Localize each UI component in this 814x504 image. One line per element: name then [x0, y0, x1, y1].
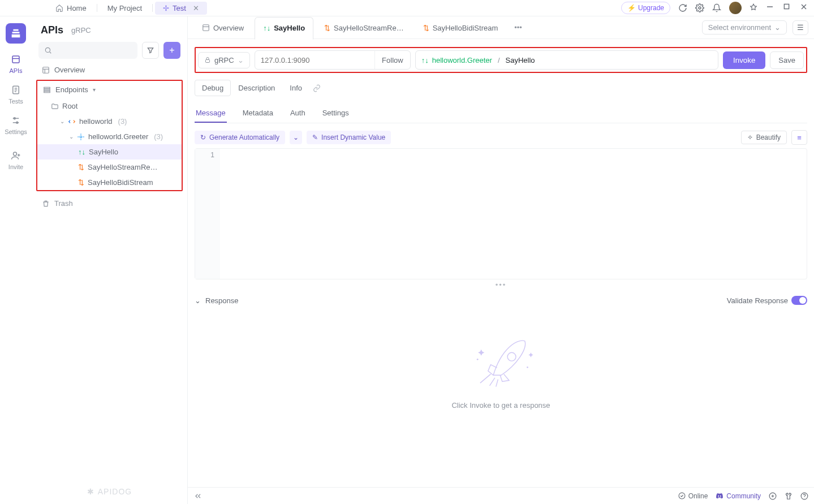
separator: /	[498, 56, 500, 64]
add-button[interactable]: +	[163, 42, 180, 59]
tree-sayhellostream[interactable]: ⇅ SayHelloStreamRe…	[37, 160, 182, 175]
tree-greeter[interactable]: ⌄ helloworld.Greeter (3)	[37, 129, 182, 144]
insert-button[interactable]: ✎ Insert Dynamic Value	[307, 131, 391, 144]
env-label: Select environment	[708, 23, 771, 32]
menu-button[interactable]: ☰	[793, 20, 808, 35]
tree-sayhello[interactable]: ↑↓ SayHello	[37, 144, 182, 160]
subtab-message[interactable]: Message	[195, 104, 227, 123]
environment-select[interactable]: Select environment ⌄	[702, 20, 787, 35]
resize-handle[interactable]: •••	[188, 281, 814, 289]
separator	[152, 4, 153, 12]
status-help[interactable]	[800, 492, 808, 500]
tab-sayhello[interactable]: ↑↓ SayHello	[255, 17, 313, 40]
app-logo[interactable]	[6, 23, 26, 44]
endpoints-header[interactable]: Endpoints ▾	[37, 81, 182, 98]
validate-toggle[interactable]	[791, 296, 807, 305]
url-input[interactable]	[255, 56, 374, 64]
upgrade-button[interactable]: ⚡ Upgrade	[621, 2, 670, 14]
bidistream-icon: ⇅	[423, 24, 429, 32]
pin-icon[interactable]	[750, 3, 759, 12]
service-icon	[77, 133, 85, 141]
stream-icon: ⇅	[78, 163, 84, 171]
svg-point-0	[699, 7, 701, 9]
status-online[interactable]: Online	[678, 492, 708, 500]
protocol-select[interactable]: gRPC ⌄	[198, 52, 250, 68]
filter-button[interactable]	[142, 42, 159, 59]
method-label: SayHello	[506, 56, 535, 64]
svg-point-31	[507, 352, 516, 361]
overview-row[interactable]: Overview	[36, 59, 183, 79]
generate-label: Generate Automatically	[209, 133, 279, 141]
subtab-auth[interactable]: Auth	[289, 104, 307, 123]
status-community[interactable]: Community	[716, 492, 761, 500]
tab-sayhellobidi-label: SayHelloBidiStream	[433, 24, 498, 32]
discord-icon	[716, 492, 723, 500]
status-feedback[interactable]	[785, 492, 793, 500]
pill-debug[interactable]: Debug	[195, 80, 231, 96]
pill-description[interactable]: Description	[231, 80, 282, 96]
sparkle-icon: ✧	[747, 133, 753, 141]
svg-rect-2	[784, 4, 789, 8]
brand-icon: ✱	[87, 487, 94, 496]
invoke-button[interactable]: Invoke	[723, 51, 765, 69]
message-editor[interactable]: 1	[195, 148, 807, 279]
save-button[interactable]: Save	[770, 51, 804, 69]
tab-project[interactable]: My Project	[100, 2, 150, 15]
community-label: Community	[726, 492, 761, 500]
rail-apis[interactable]: APIs	[9, 54, 22, 74]
tab-sayhellostream[interactable]: ⇅ SayHelloStreamRe…	[316, 16, 412, 39]
collapse-button[interactable]	[193, 492, 203, 501]
line-number: 1	[195, 151, 214, 159]
pill-info[interactable]: Info	[282, 80, 309, 96]
rail-settings[interactable]: Settings	[5, 115, 27, 135]
tab-home[interactable]: Home	[48, 2, 94, 15]
status-plus[interactable]	[769, 492, 777, 500]
tree-helloworld[interactable]: ⌄ helloworld (3)	[37, 114, 182, 129]
svg-point-12	[13, 152, 16, 156]
tabs-more[interactable]: •••	[509, 23, 528, 32]
proto-label: gRPC	[214, 56, 234, 64]
method-field[interactable]: ↑↓ helloworld.Greeter / SayHello	[415, 50, 718, 70]
wrap-icon: ≡	[797, 133, 802, 142]
tab-sayhellobidi[interactable]: ⇅ SayHelloBidiStream	[415, 16, 507, 39]
minimize-icon[interactable]	[766, 3, 776, 12]
subtab-settings[interactable]: Settings	[321, 104, 350, 123]
chevron-down-icon[interactable]: ⌄	[195, 296, 201, 305]
online-label: Online	[688, 492, 708, 500]
tree-root[interactable]: Root	[37, 98, 182, 114]
chevron-down-icon: ⌄	[60, 118, 64, 124]
close-icon[interactable]: ✕	[193, 4, 199, 12]
subtab-metadata[interactable]: Metadata	[242, 104, 274, 123]
trash-label: Trash	[54, 199, 73, 208]
generate-dropdown[interactable]: ⌄	[290, 131, 302, 144]
trash-row[interactable]: Trash	[36, 195, 183, 212]
unary-icon: ↑↓	[421, 56, 429, 64]
tab-test[interactable]: ✢ Test ✕	[155, 2, 207, 15]
svg-point-33	[527, 367, 528, 368]
tab-sayhello-label: SayHello	[274, 24, 305, 32]
link-icon[interactable]	[313, 84, 321, 92]
follow-button[interactable]: Follow	[374, 51, 410, 69]
avatar[interactable]	[729, 2, 742, 14]
refresh-icon[interactable]	[678, 3, 687, 12]
rail-tests[interactable]: Tests	[8, 84, 23, 105]
tab-overview[interactable]: Overview	[193, 16, 252, 39]
wrap-button[interactable]: ≡	[791, 130, 807, 145]
bell-icon[interactable]	[712, 3, 721, 12]
caret-down-icon: ▾	[93, 87, 96, 93]
search-input[interactable]	[38, 42, 137, 59]
rocket-icon	[464, 331, 538, 393]
svg-point-15	[45, 48, 50, 52]
tree-sayhellobidi[interactable]: ⇅ SayHelloBidiStream	[37, 175, 182, 190]
close-icon[interactable]	[800, 3, 809, 12]
gear-icon[interactable]	[695, 3, 704, 12]
generate-button[interactable]: ↻ Generate Automatically	[195, 131, 285, 144]
search-icon	[44, 46, 52, 54]
shirt-icon	[785, 492, 793, 500]
beautify-button[interactable]: ✧ Beautify	[741, 131, 787, 144]
rail-invite[interactable]: Invite	[8, 150, 23, 170]
panel-subtitle: gRPC	[71, 26, 91, 35]
maximize-icon[interactable]	[783, 3, 793, 12]
plus-circle-icon	[769, 492, 777, 500]
editor-body[interactable]	[220, 149, 807, 279]
